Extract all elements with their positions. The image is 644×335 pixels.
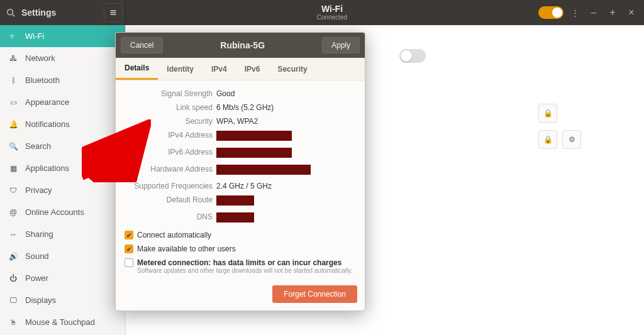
notifications-icon: 🔔 (9, 120, 18, 129)
gear-icon[interactable]: ⚙ (562, 130, 581, 149)
detail-value: Good (213, 89, 356, 98)
header-center: Wi-Fi Connected (126, 4, 538, 21)
sidebar-item-bluetooth[interactable]: ᛒBluetooth (0, 69, 125, 91)
sidebar-item-network[interactable]: 🖧Network (0, 47, 125, 69)
sidebar: ᯤWi-Fi🖧NetworkᛒBluetooth▭Appearance🔔Noti… (0, 25, 126, 335)
details-grid: Signal StrengthGoodLink speed6 Mb/s (5.2… (116, 80, 365, 228)
sidebar-item-sharing[interactable]: ↔Sharing (0, 223, 125, 245)
minimize-button[interactable]: – (586, 5, 601, 20)
sidebar-item-applications[interactable]: ▦Applications› (0, 157, 125, 179)
tab-details[interactable]: Details (116, 58, 158, 80)
tab-security[interactable]: Security (269, 58, 316, 80)
header-left: Settings (0, 0, 126, 25)
apps-icon: ▦ (9, 164, 18, 173)
detail-value (213, 148, 356, 160)
sidebar-item-label: Bluetooth (25, 75, 60, 85)
maximize-button[interactable]: + (605, 5, 620, 20)
sidebar-item-online-accounts[interactable]: @Online Accounts (0, 201, 125, 223)
sidebar-item-label: Wi-Fi (25, 31, 44, 41)
detail-label: Security (125, 117, 213, 126)
sidebar-item-label: Sound (25, 251, 49, 261)
sidebar-item-label: Appearance (25, 97, 69, 107)
detail-value (213, 131, 356, 143)
sidebar-item-appearance[interactable]: ▭Appearance (0, 91, 125, 113)
sidebar-item-displays[interactable]: 🖵Displays (0, 289, 125, 311)
detail-label: Signal Strength (125, 89, 213, 98)
tab-ipv6[interactable]: IPv6 (236, 58, 269, 80)
detail-value (213, 212, 356, 224)
detail-value: 2.4 GHz / 5 GHz (213, 182, 356, 190)
detail-label: Hardware Address (125, 165, 213, 177)
sidebar-item-label: Notifications (25, 119, 70, 129)
lock-icon: 🔒 (538, 104, 557, 123)
sidebar-item-label: Online Accounts (25, 207, 84, 217)
sidebar-item-label: Mouse & Touchpad (25, 317, 95, 327)
network-rows: 🔒 🔒⚙ (538, 104, 581, 149)
sidebar-item-label: Privacy (25, 185, 52, 195)
dialog-title: Rubina-5G (163, 40, 322, 50)
connect-auto-label: Connect automatically (137, 231, 211, 239)
sidebar-item-notifications[interactable]: 🔔Notifications (0, 113, 125, 135)
wifi-master-toggle[interactable] (538, 6, 564, 19)
sidebar-item-label: Power (25, 273, 48, 283)
sidebar-item-label: Applications (25, 163, 69, 173)
dialog-tabs: DetailsIdentityIPv4IPv6Security (116, 58, 365, 80)
detail-label: DNS (125, 212, 213, 224)
sidebar-item-wi-fi[interactable]: ᯤWi-Fi (0, 25, 125, 47)
page-title: Wi-Fi (321, 4, 343, 14)
close-button[interactable]: × (624, 5, 639, 20)
dialog-header: Cancel Rubina-5G Apply (116, 33, 365, 58)
appearance-icon: ▭ (9, 98, 18, 107)
apply-button[interactable]: Apply (322, 37, 360, 53)
connect-auto-checkbox[interactable]: ✔ Connect automatically (125, 231, 356, 239)
detail-label: IPv6 Address (125, 148, 213, 160)
detail-value (213, 195, 356, 207)
power-icon: ⏻ (9, 274, 18, 283)
sidebar-item-privacy[interactable]: 🛡Privacy› (0, 179, 125, 201)
detail-label: IPv4 Address (125, 131, 213, 143)
share-users-label: Make available to other users (137, 244, 236, 253)
metered-checkbox[interactable]: Metered connection: has data limits or c… (125, 258, 356, 274)
search-icon[interactable] (6, 8, 15, 17)
search-icon: 🔍 (9, 142, 18, 151)
detail-value (213, 165, 356, 177)
bluetooth-icon: ᛒ (9, 76, 18, 85)
online-accounts-icon: @ (9, 208, 18, 217)
check-icon (125, 258, 133, 267)
sidebar-item-mouse-touchpad[interactable]: 🖱Mouse & Touchpad (0, 311, 125, 333)
detail-label: Supported Frequencies (125, 182, 213, 190)
wifi-icon: ᯤ (9, 32, 18, 41)
sidebar-item-label: Search (25, 141, 51, 151)
sharing-icon: ↔ (9, 230, 18, 239)
network-details-dialog: Cancel Rubina-5G Apply DetailsIdentityIP… (115, 32, 365, 311)
sidebar-item-label: Sharing (25, 229, 53, 239)
detail-value: WPA, WPA2 (213, 117, 356, 126)
detail-label: Link speed (125, 103, 213, 112)
page-subtitle: Connected (317, 14, 347, 21)
tab-ipv4[interactable]: IPv4 (203, 58, 236, 80)
sidebar-item-sound[interactable]: 🔊Sound (0, 245, 125, 267)
svg-line-1 (13, 14, 15, 17)
check-icon: ✔ (125, 231, 133, 239)
metered-label: Metered connection: has data limits or c… (137, 258, 341, 267)
options-section: ✔ Connect automatically ✔ Make available… (116, 228, 365, 280)
sidebar-item-label: Network (25, 53, 55, 63)
svg-point-0 (8, 9, 13, 15)
tab-identity[interactable]: Identity (158, 58, 203, 80)
displays-icon: 🖵 (9, 296, 18, 305)
sidebar-item-label: Displays (25, 295, 56, 305)
network-icon: 🖧 (9, 54, 18, 63)
wifi-panel-toggle[interactable] (399, 49, 426, 63)
hamburger-button[interactable] (104, 3, 123, 22)
detail-value: 6 Mb/s (5.2 GHz) (213, 103, 356, 112)
sidebar-item-search[interactable]: 🔍Search (0, 135, 125, 157)
header-bar: Settings Wi-Fi Connected ⋮ – + × (0, 0, 644, 25)
share-users-checkbox[interactable]: ✔ Make available to other users (125, 244, 356, 253)
cancel-button[interactable]: Cancel (121, 37, 163, 53)
kebab-menu-icon[interactable]: ⋮ (567, 5, 582, 20)
forget-connection-button[interactable]: Forget Connection (272, 285, 357, 303)
lock-icon: 🔒 (538, 130, 557, 149)
sidebar-item-power[interactable]: ⏻Power (0, 267, 125, 289)
app-title: Settings (21, 8, 97, 18)
sound-icon: 🔊 (9, 252, 18, 261)
